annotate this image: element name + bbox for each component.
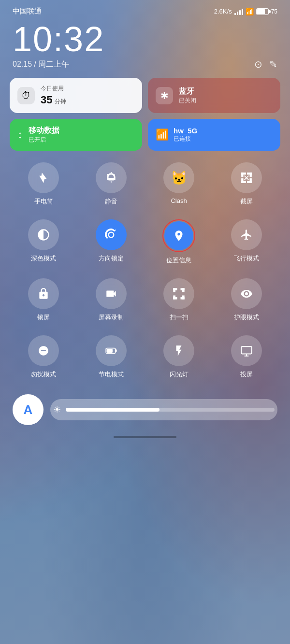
brightness-track (66, 408, 275, 412)
svg-rect-15 (174, 296, 175, 299)
carrier-label: 中国联通 (13, 7, 42, 16)
usage-text: 今日使用 35 分钟 (41, 85, 66, 106)
icon-grid-row4: 勿扰模式 节电模式 闪光灯 (10, 329, 280, 383)
data-text: 移动数据 已开启 (29, 126, 59, 144)
location-label: 位置信息 (166, 256, 191, 265)
wifi-status: 已连接 (174, 135, 197, 143)
svg-rect-3 (250, 173, 251, 177)
svg-rect-7 (250, 179, 251, 183)
dark-mode-label: 深色模式 (31, 254, 56, 263)
status-bar: 中国联通 2.6K/s 📶 75 (10, 0, 280, 18)
bluetooth-text: 蓝牙 已关闭 (179, 86, 196, 105)
scan-item[interactable]: 扫一扫 (145, 272, 213, 326)
rotation-lock-label: 方向锁定 (99, 254, 124, 263)
wifi-text: hw_5G 已连接 (174, 127, 197, 143)
clock-area: 10:32 02.15 / 周二上午 ⊙ ✎ (10, 18, 280, 78)
data-icon: ↕ (17, 129, 23, 141)
clash-label: Clash (171, 197, 187, 204)
rotation-lock-icon (96, 219, 127, 250)
rotation-lock-item[interactable]: 方向锁定 (77, 214, 145, 269)
screenshot-item[interactable]: 截屏 (213, 157, 280, 210)
clock-time: 10:32 (13, 22, 277, 57)
screenshot-label: 截屏 (240, 197, 253, 206)
signal-icon (234, 8, 243, 15)
svg-rect-13 (183, 289, 184, 292)
home-indicator (10, 430, 280, 441)
flash-icon (163, 335, 194, 366)
mobile-data-tile[interactable]: ↕ 移动数据 已开启 (10, 119, 142, 151)
eye-care-label: 护眼模式 (234, 313, 259, 322)
screen-record-item[interactable]: 屏幕录制 (77, 272, 145, 326)
clash-item[interactable]: 🐱 Clash (145, 157, 213, 210)
airplane-icon (231, 219, 262, 250)
power-saver-item[interactable]: 节电模式 (77, 329, 145, 383)
svg-rect-17 (183, 296, 184, 299)
usage-tile[interactable]: ⏱ 今日使用 35 分钟 (10, 78, 142, 113)
icon-grid-row2: 深色模式 方向锁定 位置信息 飞行模式 (10, 214, 280, 269)
dnd-label: 勿扰模式 (31, 370, 56, 379)
flash-label: 闪光灯 (170, 370, 188, 379)
svg-rect-1 (242, 173, 243, 177)
tiles-row-2: ↕ 移动数据 已开启 📶 hw_5G 已连接 (10, 119, 280, 151)
scan-label: 扫一扫 (170, 313, 188, 322)
wifi-tile[interactable]: 📶 hw_5G 已连接 (148, 119, 280, 151)
icon-grid-row3: 锁屏 屏幕录制 扫一扫 护眼模 (10, 272, 280, 326)
clash-icon: 🐱 (163, 162, 194, 193)
bluetooth-tile[interactable]: ✱ 蓝牙 已关闭 (148, 78, 280, 113)
lock-screen-icon (28, 278, 59, 309)
svg-rect-11 (174, 289, 175, 292)
svg-rect-5 (242, 179, 243, 183)
data-label: 移动数据 (29, 126, 59, 136)
power-saver-icon (96, 335, 127, 366)
wifi-tile-icon: 📶 (156, 129, 169, 141)
status-right: 2.6K/s 📶 75 (214, 8, 277, 15)
airplane-item[interactable]: 飞行模式 (213, 214, 280, 269)
silent-item[interactable]: 静音 (77, 157, 145, 210)
silent-icon (96, 162, 127, 193)
usage-value: 35 (41, 94, 52, 106)
location-item[interactable]: 位置信息 (145, 214, 213, 269)
svg-rect-21 (241, 346, 252, 354)
dnd-item[interactable]: 勿扰模式 (10, 329, 77, 383)
cast-label: 投屏 (240, 370, 253, 379)
location-highlight-border (162, 219, 195, 252)
cast-item[interactable]: 投屏 (213, 329, 280, 383)
svg-rect-20 (107, 349, 112, 353)
flashlight-item[interactable]: 手电筒 (10, 157, 77, 210)
wifi-ssid: hw_5G (174, 127, 197, 135)
cast-icon (231, 335, 262, 366)
brightness-fill (66, 408, 160, 412)
bluetooth-label: 蓝牙 (179, 86, 196, 97)
lock-screen-item[interactable]: 锁屏 (10, 272, 77, 326)
battery-icon (256, 8, 269, 15)
edit-icon[interactable]: ✎ (269, 58, 277, 70)
screen-record-label: 屏幕录制 (99, 313, 124, 322)
settings-icon[interactable]: ⊙ (254, 58, 262, 70)
flash-item[interactable]: 闪光灯 (145, 329, 213, 383)
bluetooth-icon: ✱ (156, 87, 173, 104)
eye-care-item[interactable]: 护眼模式 (213, 272, 280, 326)
brightness-icon: ☀ (53, 404, 61, 415)
usage-icon: ⏱ (17, 87, 35, 104)
bluetooth-status: 已关闭 (179, 97, 196, 105)
silent-label: 静音 (105, 197, 117, 206)
lock-screen-label: 锁屏 (37, 313, 50, 322)
screenshot-icon (231, 162, 262, 193)
dnd-icon (28, 335, 59, 366)
font-button[interactable]: A (13, 394, 44, 425)
airplane-label: 飞行模式 (234, 254, 259, 263)
usage-unit: 分钟 (55, 98, 66, 105)
icon-grid-row1: 手电筒 静音 🐱 Clash 截屏 (10, 157, 280, 210)
clock-date: 02.15 / 周二上午 (13, 59, 69, 70)
eye-care-icon (231, 278, 262, 309)
flashlight-icon (28, 162, 59, 193)
wifi-icon: 📶 (246, 8, 254, 15)
tiles-row-1: ⏱ 今日使用 35 分钟 ✱ 蓝牙 已关闭 (10, 78, 280, 113)
home-bar (114, 436, 176, 438)
location-icon (164, 221, 193, 250)
usage-label: 今日使用 (41, 85, 66, 93)
svg-rect-19 (116, 350, 116, 352)
dark-mode-item[interactable]: 深色模式 (10, 214, 77, 269)
scan-icon (163, 278, 194, 309)
brightness-slider[interactable]: ☀ (50, 399, 277, 420)
